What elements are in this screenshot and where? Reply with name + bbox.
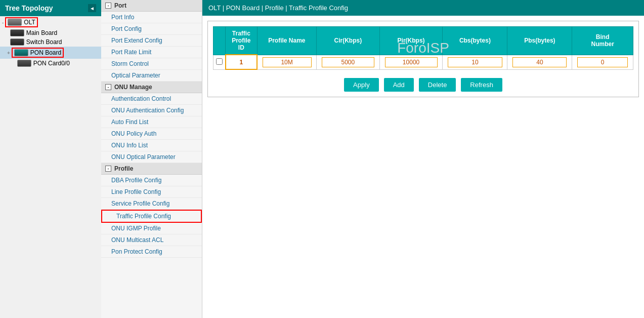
nav-item-port-config[interactable]: Port Config <box>101 23 202 35</box>
switchboard-expand-icon <box>7 39 9 45</box>
nav-item-dba-profile[interactable]: DBA Profile Config <box>101 175 202 186</box>
profile-section-label: Profile <box>114 165 133 172</box>
sidebar-title: Tree Topology <box>5 4 53 12</box>
main-content-area: OLT | PON Board | Profile | Traffic Prof… <box>202 0 644 318</box>
pir-cell[interactable] <box>379 55 443 69</box>
cir-cell[interactable] <box>316 55 379 69</box>
poncard-device-icon <box>17 60 31 67</box>
mainboard-device-icon <box>10 29 24 36</box>
nav-item-traffic-profile[interactable]: Traffic Profile Config <box>101 210 202 223</box>
nav-panel: - Port Port Info Port Config Port Extend… <box>101 0 202 318</box>
pir-input[interactable] <box>385 57 438 67</box>
nav-item-storm-control[interactable]: Storm Control <box>101 58 202 70</box>
sidebar-header: Tree Topology ◄ <box>0 0 101 16</box>
col-checkbox <box>213 27 226 55</box>
col-traffic-profile-id: TrafficProfile ID <box>226 27 257 55</box>
nav-item-optical-parameter[interactable]: Optical Parameter <box>101 70 202 82</box>
profile-items: DBA Profile Config Line Profile Config S… <box>101 175 202 258</box>
refresh-button[interactable]: Refresh <box>461 78 502 92</box>
sidebar-item-mainboard[interactable]: Main Board <box>0 28 101 37</box>
nav-item-auto-find-list[interactable]: Auto Find List <box>101 116 202 128</box>
olt-device-icon <box>8 19 22 26</box>
ponboard-expand-icon: + <box>7 50 10 56</box>
action-buttons-row: Apply Add Delete Refresh <box>213 78 633 92</box>
col-cbs: Cbs(bytes) <box>443 27 507 55</box>
port-items: Port Info Port Config Port Extend Config… <box>101 12 202 82</box>
nav-item-port-info[interactable]: Port Info <box>101 12 202 23</box>
pbs-cell[interactable] <box>507 55 572 69</box>
nav-item-service-profile[interactable]: Service Profile Config <box>101 198 202 210</box>
sidebar-item-poncard[interactable]: PON Card0/0 <box>0 59 101 68</box>
content-area: TrafficProfile ID Profile Name Cir(Kbps)… <box>202 16 644 318</box>
profile-name-cell[interactable] <box>257 55 316 69</box>
sidebar-item-switchboard[interactable]: Switch Board <box>0 37 101 47</box>
poncard-expand-icon <box>14 61 16 66</box>
col-cir: Cir(Kbps) <box>316 27 379 55</box>
nav-item-onu-policy-auth[interactable]: ONU Policy Auth <box>101 128 202 140</box>
port-section-label: Port <box>114 2 126 9</box>
nav-item-pon-protect-config[interactable]: Pon Protect Config <box>101 246 202 258</box>
mainboard-label: Main Board <box>26 29 57 36</box>
nav-item-onu-info-list[interactable]: ONU Info List <box>101 140 202 151</box>
nav-item-auth-control[interactable]: Authentication Control <box>101 93 202 105</box>
poncard-label: PON Card0/0 <box>33 60 70 67</box>
ponboard-box: PON Board <box>12 48 64 58</box>
nav-item-onu-igmp-profile[interactable]: ONU IGMP Profile <box>101 223 202 234</box>
switchboard-label: Switch Board <box>26 38 62 46</box>
col-pbs: Pbs(bytes) <box>507 27 572 55</box>
olt-label: OLT <box>24 19 35 26</box>
table-row: 1 <box>213 55 633 69</box>
olt-expand-icon: - <box>2 20 4 25</box>
row-checkbox[interactable] <box>216 58 223 65</box>
onu-section-label: ONU Manage <box>114 84 152 91</box>
nav-item-onu-auth-config[interactable]: ONU Authentication Config <box>101 105 202 116</box>
switchboard-device-icon <box>10 38 24 46</box>
add-button[interactable]: Add <box>384 78 414 92</box>
apply-button[interactable]: Apply <box>344 78 379 92</box>
ponboard-label: PON Board <box>30 49 61 56</box>
nav-item-port-rate-limit[interactable]: Port Rate Limit <box>101 47 202 58</box>
nav-item-onu-optical-param[interactable]: ONU Optical Parameter <box>101 151 202 163</box>
ponboard-device-icon <box>14 49 28 56</box>
profile-name-input[interactable] <box>263 57 312 67</box>
nav-item-port-extend-config[interactable]: Port Extend Config <box>101 35 202 47</box>
col-pir: Pir(Kbps) <box>379 27 443 55</box>
pbs-input[interactable] <box>512 57 567 67</box>
sidebar-collapse-button[interactable]: ◄ <box>88 4 96 12</box>
content-border: TrafficProfile ID Profile Name Cir(Kbps)… <box>207 21 639 97</box>
port-section-toggle[interactable]: - <box>105 3 111 9</box>
nav-section-port[interactable]: - Port <box>101 0 202 12</box>
delete-button[interactable]: Delete <box>419 78 456 92</box>
nav-item-line-profile[interactable]: Line Profile Config <box>101 186 202 198</box>
nav-section-profile[interactable]: - Profile <box>101 163 202 175</box>
row-checkbox-cell[interactable] <box>213 55 226 69</box>
traffic-profile-id-cell: 1 <box>226 55 257 69</box>
col-bind-number: BindNumber <box>572 27 633 55</box>
nav-item-onu-multicast-acl[interactable]: ONU Multicast ACL <box>101 234 202 246</box>
nav-section-onu[interactable]: - ONU Manage <box>101 82 202 93</box>
sidebar-item-olt[interactable]: - OLT <box>0 16 101 28</box>
col-profile-name: Profile Name <box>257 27 316 55</box>
olt-box: OLT <box>5 17 37 27</box>
onu-section-toggle[interactable]: - <box>105 84 111 90</box>
mainboard-expand-icon <box>7 30 9 36</box>
cbs-cell[interactable] <box>443 55 507 69</box>
bind-number-cell[interactable] <box>572 55 633 69</box>
onu-items: Authentication Control ONU Authenticatio… <box>101 93 202 163</box>
sidebar-item-ponboard[interactable]: + PON Board <box>0 47 101 59</box>
cbs-input[interactable] <box>448 57 502 67</box>
sidebar-tree: - OLT Main Board Switch Board + <box>0 16 101 68</box>
cir-input[interactable] <box>322 57 374 67</box>
traffic-profile-table: TrafficProfile ID Profile Name Cir(Kbps)… <box>213 26 633 70</box>
bind-number-input[interactable] <box>577 57 628 67</box>
breadcrumb: OLT | PON Board | Profile | Traffic Prof… <box>202 0 644 16</box>
profile-section-toggle[interactable]: - <box>105 166 111 172</box>
